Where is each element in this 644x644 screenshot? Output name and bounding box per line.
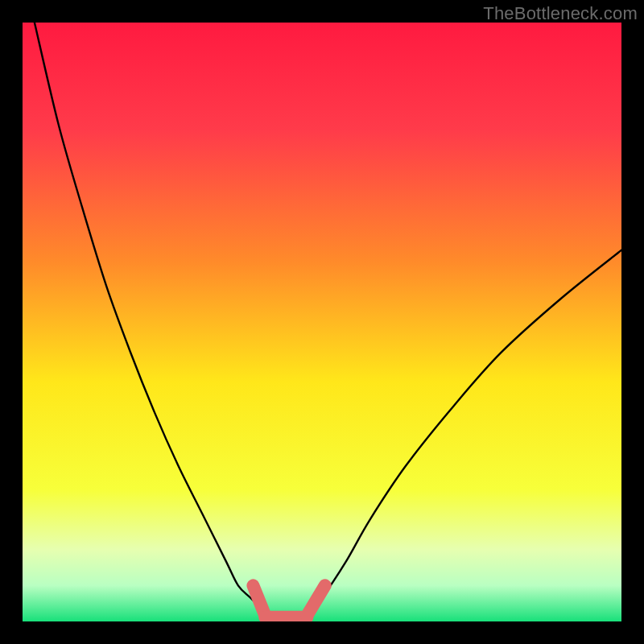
chart-frame: TheBottleneck.com	[0, 0, 644, 644]
watermark-text: TheBottleneck.com	[483, 3, 638, 24]
gradient-background	[23, 23, 621, 621]
plot-area	[23, 23, 621, 621]
bottleneck-curve-chart	[23, 23, 621, 621]
